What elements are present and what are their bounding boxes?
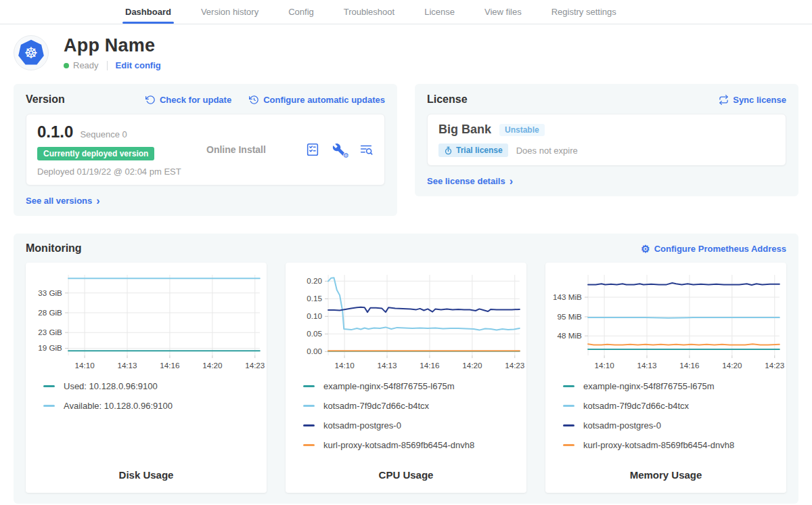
- legend-item: example-nginx-54f8f76755-l675m: [303, 381, 520, 391]
- y-tick-label: 95 MiB: [558, 313, 583, 321]
- legend-swatch-icon: [303, 444, 315, 446]
- edit-config-link[interactable]: Edit config: [116, 60, 161, 70]
- x-tick-label: 14:20: [462, 361, 482, 370]
- legend-item: Used: 10.128.0.96:9100: [43, 381, 260, 391]
- divider: [107, 61, 108, 70]
- series-line: [328, 307, 520, 312]
- x-tick-label: 14:10: [334, 361, 354, 370]
- y-tick-label: 0.15: [307, 294, 322, 303]
- legend-swatch-icon: [563, 444, 574, 446]
- license-panel: Big Bank Unstable Trial license Does not…: [427, 114, 786, 166]
- svg-text:☸: ☸: [24, 44, 38, 62]
- x-tick-label: 14:20: [202, 361, 222, 370]
- legend-swatch-icon: [303, 424, 315, 426]
- cpu-usage-chart-card: 14:1014:1314:1614:2014:230.000.050.100.1…: [286, 263, 526, 493]
- memory-usage-chart-card: 14:1014:1314:1614:2014:2348 MiB95 MiB143…: [545, 263, 786, 493]
- license-card: License Sync license Big Bank Unstable: [415, 84, 798, 196]
- legend-label: kurl-proxy-kotsadm-8569fb6454-dnvh8: [323, 440, 474, 450]
- y-tick-label: 0.00: [307, 347, 322, 355]
- channel-badge: Unstable: [499, 124, 545, 136]
- see-license-details-link[interactable]: See license details›: [427, 176, 513, 187]
- tab-view-files[interactable]: View files: [484, 0, 522, 24]
- legend-label: kotsadm-7f9dc7d66c-b4tcx: [323, 401, 429, 411]
- gear-icon: ⚙: [641, 244, 650, 254]
- disk-usage-chart: 14:1014:1314:1614:2014:2319 GiB23 GiB28 …: [26, 268, 267, 373]
- x-tick-label: 14:20: [722, 361, 742, 370]
- legend-item: kotsadm-7f9dc7d66c-b4tcx: [563, 401, 780, 411]
- ready-status-dot-icon: [64, 63, 69, 68]
- check-for-update-button[interactable]: Check for update: [145, 95, 231, 105]
- chart-title: Disk Usage: [26, 460, 267, 493]
- y-tick-label: 23 GiB: [38, 328, 62, 336]
- tab-dashboard[interactable]: Dashboard: [125, 0, 171, 24]
- chart-title: Memory Usage: [545, 460, 786, 493]
- x-tick-label: 14:13: [377, 361, 397, 370]
- deployed-timestamp: Deployed 01/19/22 @ 02:04 pm EST: [37, 167, 206, 177]
- chevron-right-icon: ›: [96, 196, 99, 206]
- preflight-checks-icon[interactable]: [305, 142, 320, 157]
- y-tick-label: 19 GiB: [38, 345, 62, 353]
- tab-troubleshoot[interactable]: Troubleshoot: [344, 0, 394, 24]
- edit-config-wrench-icon[interactable]: ⚙: [332, 143, 346, 157]
- page-title: App Name: [64, 35, 161, 56]
- app-status-label: Ready: [73, 60, 99, 70]
- sync-license-button[interactable]: Sync license: [719, 95, 786, 105]
- current-version-panel: 0.1.0 Sequence 0 Currently deployed vers…: [26, 114, 385, 185]
- scheduled-update-icon: [249, 95, 259, 105]
- version-number: 0.1.0: [37, 123, 73, 141]
- view-logs-icon[interactable]: [359, 142, 374, 157]
- legend-swatch-icon: [43, 385, 55, 387]
- x-tick-label: 14:23: [765, 361, 784, 370]
- top-nav: Dashboard Version history Config Trouble…: [0, 0, 812, 24]
- series-line: [328, 278, 520, 330]
- chevron-right-icon: ›: [510, 176, 513, 187]
- cpu-usage-chart: 14:1014:1314:1614:2014:230.000.050.100.1…: [286, 268, 526, 373]
- app-header: ☸ App Name Ready Edit config: [0, 24, 812, 77]
- series-line: [588, 317, 780, 318]
- see-all-versions-link[interactable]: See all versions›: [26, 196, 100, 206]
- legend-label: Available: 10.128.0.96:9100: [64, 401, 173, 411]
- cards-row: Version Check for update Configure autom…: [0, 84, 812, 216]
- license-card-title: License: [427, 93, 468, 106]
- legend-label: Used: 10.128.0.96:9100: [64, 381, 158, 391]
- legend-label: kurl-proxy-kotsadm-8569fb6454-dnvh8: [583, 440, 734, 450]
- y-tick-label: 0.05: [307, 330, 322, 338]
- x-tick-label: 14:23: [505, 361, 524, 370]
- configure-prometheus-button[interactable]: ⚙ Configure Prometheus Address: [641, 244, 786, 254]
- series-line: [588, 344, 780, 345]
- tab-license[interactable]: License: [424, 0, 455, 24]
- legend-label: example-nginx-54f8f76755-l675m: [583, 381, 715, 391]
- x-tick-label: 14:16: [420, 361, 439, 370]
- monitoring-title: Monitoring: [26, 242, 82, 255]
- x-tick-label: 14:13: [117, 361, 137, 370]
- sync-arrows-icon: [719, 95, 729, 105]
- deployed-status-badge: Currently deployed version: [37, 147, 154, 160]
- version-card: Version Check for update Configure autom…: [14, 84, 397, 216]
- tab-registry-settings[interactable]: Registry settings: [551, 0, 616, 24]
- legend-item: kotsadm-postgres-0: [563, 420, 780, 431]
- legend-swatch-icon: [563, 405, 574, 407]
- license-type-badge: Trial license: [438, 144, 508, 157]
- memory-usage-chart: 14:1014:1314:1614:2014:2348 MiB95 MiB143…: [545, 268, 786, 373]
- series-line: [588, 283, 780, 285]
- disk-usage-chart-card: 14:1014:1314:1614:2014:2319 GiB23 GiB28 …: [26, 263, 267, 493]
- chart-title: CPU Usage: [286, 460, 526, 493]
- x-tick-label: 14:16: [160, 361, 179, 370]
- legend-swatch-icon: [563, 385, 574, 387]
- legend-item: kotsadm-7f9dc7d66c-b4tcx: [303, 401, 520, 411]
- x-tick-label: 14:10: [74, 361, 94, 370]
- legend-item: example-nginx-54f8f76755-l675m: [563, 381, 780, 391]
- legend-item: kurl-proxy-kotsadm-8569fb6454-dnvh8: [563, 440, 780, 450]
- legend-label: kotsadm-postgres-0: [323, 420, 401, 431]
- y-tick-label: 0.20: [307, 277, 322, 285]
- tab-config[interactable]: Config: [288, 0, 314, 24]
- customer-name: Big Bank: [438, 123, 491, 137]
- refresh-icon: [145, 95, 156, 105]
- y-tick-label: 0.10: [307, 312, 322, 320]
- tab-version-history[interactable]: Version history: [201, 0, 258, 24]
- y-tick-label: 28 GiB: [38, 309, 62, 317]
- license-expiry-label: Does not expire: [516, 146, 578, 156]
- configure-automatic-updates-button[interactable]: Configure automatic updates: [249, 95, 385, 105]
- y-tick-label: 33 GiB: [38, 289, 62, 297]
- x-tick-label: 14:23: [245, 361, 265, 370]
